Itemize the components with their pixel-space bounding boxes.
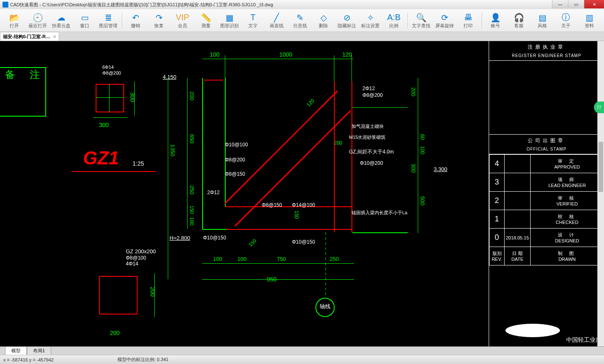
- bdim3: 250: [330, 256, 339, 262]
- rdim0: 200: [410, 87, 417, 96]
- company-name: 中国轻工业广: [566, 336, 601, 344]
- file-tab-label: 福安-结构0-门卫室-R…: [3, 34, 50, 40]
- title-bar: CAD快速看图 - C:\Users\PC\Desktop\福安项目土建图纸蓝图…: [0, 0, 604, 9]
- print-button[interactable]: 🖶打印: [456, 10, 480, 31]
- delete-button[interactable]: ◇删除: [312, 10, 335, 31]
- recent-button[interactable]: 🕘最近打开: [26, 10, 49, 31]
- close-button[interactable]: ✕: [584, 0, 604, 8]
- ldim3: 250: [189, 185, 195, 195]
- gz1-w: 300: [99, 122, 109, 128]
- approval-table: 4审 定APPROVED3项 师LEAD ENGINEER2审 核VERIFIE…: [489, 154, 604, 265]
- open-label: 打开: [10, 23, 19, 29]
- mdim1: 200: [334, 140, 342, 146]
- open-button[interactable]: 📂打开: [3, 10, 26, 31]
- scale-button[interactable]: A:B比例: [382, 10, 406, 31]
- service-button[interactable]: 🎧客服: [507, 10, 531, 31]
- rotate-icon: ⟳: [441, 13, 448, 23]
- hide-dim-label: 隐藏标注: [338, 23, 356, 29]
- rb4: Φ8@150: [262, 202, 282, 208]
- vip-label: 会员: [178, 23, 187, 29]
- mdim0: 120: [305, 98, 315, 108]
- gz1-rebar1: 6Φ14: [102, 65, 114, 70]
- rotate-button[interactable]: ⟳屏幕旋转: [433, 10, 456, 31]
- hide-dim-icon: ⊘: [344, 13, 351, 23]
- bdim4: 950: [267, 276, 276, 283]
- style-icon: ▤: [539, 13, 547, 23]
- rotate-label: 屏幕旋转: [435, 23, 454, 29]
- status-bar: x = -587416 y = -457942 模型中的标注比例: 0.341: [0, 355, 604, 364]
- tdim1: 1000: [279, 51, 292, 58]
- ldim1: 650: [189, 134, 195, 143]
- rdim1: 60: [419, 134, 425, 140]
- shape-rec-button[interactable]: ▦图形识别: [218, 10, 241, 31]
- gz2-w: 200: [110, 330, 120, 336]
- reg-stamp-en: REGISTER ENGINEER STAMP: [489, 53, 604, 61]
- ldim0: 200: [189, 91, 195, 101]
- vip-button[interactable]: VIP会员: [171, 10, 194, 31]
- dim-set-button[interactable]: ✧标注设置: [359, 10, 382, 31]
- line-button[interactable]: ╱画直线: [265, 10, 288, 31]
- anyline-icon: ✎: [297, 13, 304, 23]
- dim-set-label: 标注设置: [361, 23, 380, 29]
- undo-icon: ↶: [132, 13, 139, 23]
- about-button[interactable]: ⓘ关于: [554, 10, 578, 31]
- cloud-button[interactable]: ☁快看云盘: [49, 10, 73, 31]
- text-icon: T: [250, 13, 255, 23]
- bdim5: 150: [247, 238, 258, 248]
- float-badge[interactable]: 77: [594, 101, 604, 113]
- print-icon: 🖶: [464, 13, 472, 23]
- coord-readout: x = -587416 y = -457942: [3, 357, 54, 362]
- file-tab[interactable]: 福安-结构0-门卫室-R… ✕: [0, 32, 59, 41]
- account-label: 账号: [491, 23, 500, 29]
- redo-button[interactable]: ↷恢复: [147, 10, 171, 31]
- account-button[interactable]: 👤账号: [484, 10, 507, 31]
- vertical-scrollbar[interactable]: [597, 41, 604, 346]
- layers-icon: ≣: [105, 13, 112, 23]
- text-button[interactable]: T文字: [241, 10, 265, 31]
- layout-tabs: 模型 布局1: [0, 346, 604, 355]
- bdim1: 100: [237, 256, 247, 262]
- rb2: Φ8@150: [225, 171, 245, 177]
- bdim0: 100: [213, 256, 222, 262]
- find-text-icon: 🔍: [416, 13, 427, 23]
- find-text-button[interactable]: 🔍文字查找: [409, 10, 433, 31]
- gz2-rebar0: Φ8@100: [126, 255, 146, 261]
- data-button[interactable]: ▥资料: [578, 10, 601, 31]
- shape-rec-label: 图形识别: [220, 23, 239, 29]
- style-button[interactable]: ▤风格: [531, 10, 554, 31]
- window-controls: — ▭ ✕: [552, 0, 604, 8]
- undo-label: 撤销: [131, 23, 140, 29]
- rb10: Φ10@200: [360, 160, 383, 166]
- model-tab[interactable]: 模型: [5, 346, 27, 355]
- window-button[interactable]: ▭窗口: [73, 10, 96, 31]
- window-icon: ▭: [81, 13, 89, 23]
- level-bot: H=2.800: [169, 235, 190, 241]
- account-icon: 👤: [490, 13, 501, 23]
- service-label: 客服: [514, 23, 523, 29]
- undo-button[interactable]: ↶撤销: [124, 10, 147, 31]
- layers-label: 图层管理: [99, 23, 117, 29]
- layout1-tab[interactable]: 布局1: [27, 346, 51, 355]
- line-icon: ╱: [274, 13, 279, 23]
- axis-label: 轴线: [320, 303, 331, 310]
- vip-icon: VIP: [176, 13, 189, 23]
- open-icon: 📂: [9, 13, 20, 23]
- off-stamp-cn: 公司出图章: [489, 135, 604, 147]
- shape-rec-icon: ▦: [226, 13, 234, 23]
- cloud-label: 快看云盘: [52, 23, 70, 29]
- scale-label: 比例: [389, 23, 398, 29]
- anyline-button[interactable]: ✎任意线: [288, 10, 312, 31]
- hide-dim-button[interactable]: ⊘隐藏标注: [335, 10, 359, 31]
- beizhu-label: 备 注: [5, 68, 46, 81]
- reg-stamp-cn: 注册执业章: [489, 41, 604, 53]
- ldim2: 1350: [169, 144, 176, 156]
- about-label: 关于: [561, 23, 570, 29]
- drawing-canvas[interactable]: 备 注 GZ1 1:25 6Φ14 Φ8@200 300 300 GZ 200x…: [0, 41, 604, 346]
- measure-button[interactable]: 📏测量: [194, 10, 218, 31]
- minimize-button[interactable]: —: [552, 0, 568, 8]
- layers-button[interactable]: ≣图层管理: [96, 10, 120, 31]
- rb3: 2Φ12: [207, 190, 220, 195]
- title-block: 注册执业章 REGISTER ENGINEER STAMP 公司出图章 OFFI…: [489, 41, 604, 346]
- close-tab-icon[interactable]: ✕: [53, 34, 56, 39]
- maximize-button[interactable]: ▭: [568, 0, 584, 8]
